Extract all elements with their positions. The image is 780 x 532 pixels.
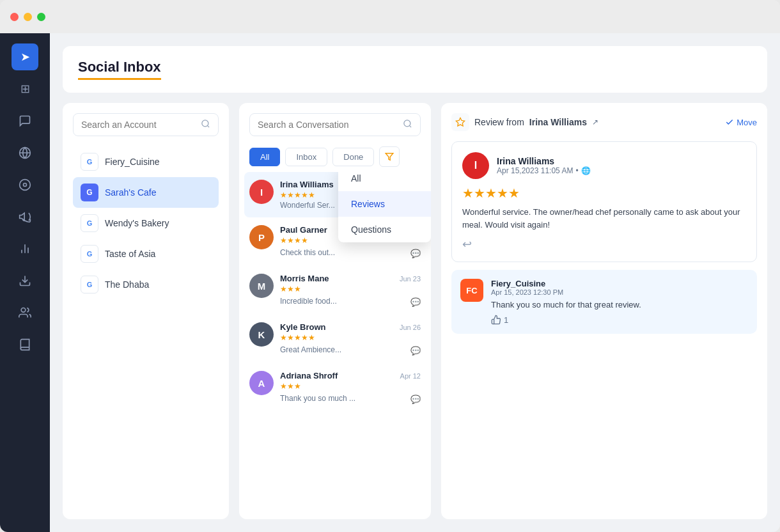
sidebar-item-broadcast[interactable] xyxy=(12,203,38,230)
reviewer-info: Irina Williams Apr 15,2023 11:05 AM • 🌐 xyxy=(497,156,746,175)
account-search-bar[interactable] xyxy=(73,113,219,136)
svg-point-11 xyxy=(404,120,410,127)
dropdown-item-questions[interactable]: Questions xyxy=(338,217,431,242)
account-item-fiery[interactable]: G Fiery_Cuisine xyxy=(73,146,219,177)
move-label: Move xyxy=(737,118,757,127)
conv-preview-kyle: Great Ambience... xyxy=(280,345,341,354)
account-avatar-taste: G xyxy=(81,245,98,263)
sidebar-item-network[interactable] xyxy=(12,139,38,166)
conv-preview-adriana: Thank you so much ... xyxy=(280,394,355,403)
sidebar: ➤ ⊞ xyxy=(0,33,50,532)
conv-stars-adriana: ★★★ xyxy=(280,382,421,391)
move-button[interactable]: Move xyxy=(725,118,757,127)
svg-marker-14 xyxy=(456,118,464,126)
reply-icon[interactable]: ↩ xyxy=(462,238,472,251)
main-content: Social Inbox G Fiery_Cuisine xyxy=(50,33,780,532)
sidebar-item-library[interactable] xyxy=(12,331,38,358)
conv-body-morris: Morris Mane Jun 23 ★★★ Incredible food..… xyxy=(280,274,421,307)
conv-search-icon xyxy=(403,119,412,130)
panels-container: G Fiery_Cuisine G Sarah's Cafe G Wendy's… xyxy=(63,103,767,519)
conv-avatar-adriana: A xyxy=(249,371,274,395)
conv-avatar-kyle: K xyxy=(249,322,274,347)
sidebar-item-users[interactable] xyxy=(12,299,38,326)
dropdown-item-all[interactable]: All xyxy=(338,172,431,191)
conv-date-morris: Jun 23 xyxy=(400,275,421,283)
account-item-taste[interactable]: G Taste of Asia xyxy=(73,239,219,269)
business-reply-card: FC Fiery_Cuisine Apr 15, 2023 12:30 PM T… xyxy=(451,270,757,334)
account-item-wendys[interactable]: G Wendy's Bakery xyxy=(73,208,219,239)
conv-item-kyle[interactable]: K Kyle Brown Jun 26 ★★★★★ Great Ambience… xyxy=(244,315,426,363)
review-source-label: Review from xyxy=(474,117,524,127)
review-source: Review from Irina Williams ↗ xyxy=(451,113,598,131)
conv-icon-adriana: 💬 xyxy=(410,395,421,404)
conv-item-morris[interactable]: M Morris Mane Jun 23 ★★★ Incredible food… xyxy=(244,266,426,315)
conv-name-paul: Paul Garner xyxy=(280,225,327,235)
reviewer-name-header: Irina Williams xyxy=(529,117,587,127)
reviewer-avatar: I xyxy=(462,152,489,179)
account-avatar-fiery: G xyxy=(81,153,98,171)
external-link-icon[interactable]: ↗ xyxy=(592,118,598,127)
like-count: 1 xyxy=(504,315,508,325)
biz-text: Thank you so much for that great review. xyxy=(491,300,748,309)
svg-line-12 xyxy=(409,125,411,127)
account-avatar-sarahs: G xyxy=(81,184,98,201)
sidebar-item-support[interactable] xyxy=(12,171,38,198)
account-name-wendys: Wendy's Bakery xyxy=(105,218,169,228)
biz-name: Fiery_Cuisine xyxy=(491,279,748,288)
conv-avatar-irina: I xyxy=(249,180,274,204)
review-panel: Review from Irina Williams ↗ Move I xyxy=(441,103,767,519)
account-name-sarahs: Sarah's Cafe xyxy=(105,187,157,198)
accounts-panel: G Fiery_Cuisine G Sarah's Cafe G Wendy's… xyxy=(63,103,229,519)
tab-done[interactable]: Done xyxy=(332,148,374,166)
svg-marker-13 xyxy=(386,153,394,160)
conv-date-kyle: Jun 26 xyxy=(400,324,421,331)
conv-preview-paul: Check this out... xyxy=(280,248,335,257)
review-card: I Irina Williams Apr 15,2023 11:05 AM • … xyxy=(451,141,757,262)
close-button[interactable] xyxy=(10,13,19,21)
conv-name-adriana: Adriana Shroff xyxy=(280,371,338,380)
conv-name-kyle: Kyle Brown xyxy=(280,322,326,332)
conv-preview-irina: Wonderful Ser... xyxy=(280,201,335,210)
svg-line-10 xyxy=(207,125,209,127)
sidebar-item-download[interactable] xyxy=(12,267,38,294)
review-text: Wonderful service. The owner/head chef p… xyxy=(462,206,746,231)
account-search-input[interactable] xyxy=(81,120,196,130)
tab-inbox[interactable]: Inbox xyxy=(285,148,327,166)
account-item-sarahs[interactable]: G Sarah's Cafe xyxy=(73,177,219,208)
svg-point-1 xyxy=(20,180,31,191)
account-name-dhaba: The Dhaba xyxy=(105,279,149,290)
conv-body-adriana: Adriana Shroff Apr 12 ★★★ Thank you so m… xyxy=(280,371,421,404)
dropdown-item-reviews[interactable]: Reviews xyxy=(338,191,431,217)
conv-item-adriana[interactable]: A Adriana Shroff Apr 12 ★★★ Thank you so… xyxy=(244,363,426,412)
conv-date-adriana: Apr 12 xyxy=(400,372,421,380)
svg-point-2 xyxy=(24,184,27,187)
conversations-header: All Inbox Done xyxy=(239,103,431,172)
like-row[interactable]: 1 xyxy=(491,315,748,325)
biz-avatar: FC xyxy=(460,279,483,302)
conv-search-bar[interactable] xyxy=(249,113,421,136)
svg-point-8 xyxy=(21,308,26,313)
conv-icon-morris: 💬 xyxy=(410,297,421,307)
svg-marker-3 xyxy=(20,213,25,221)
filter-dropdown: All Reviews Questions xyxy=(338,172,431,242)
account-name-taste: Taste of Asia xyxy=(105,249,155,259)
minimize-button[interactable] xyxy=(24,13,32,21)
app-body: ➤ ⊞ xyxy=(0,33,780,532)
sidebar-item-dashboard[interactable]: ⊞ xyxy=(12,75,38,102)
maximize-button[interactable] xyxy=(37,13,45,21)
tab-all[interactable]: All xyxy=(249,148,280,166)
reviewer-name: Irina Williams xyxy=(497,156,746,166)
account-avatar-wendys: G xyxy=(81,214,98,232)
svg-point-9 xyxy=(202,120,208,127)
sidebar-item-analytics[interactable] xyxy=(12,235,38,262)
conv-body-kyle: Kyle Brown Jun 26 ★★★★★ Great Ambience..… xyxy=(280,322,421,356)
account-search-icon xyxy=(201,119,210,130)
app-window: ➤ ⊞ xyxy=(0,0,780,532)
filter-button[interactable] xyxy=(379,146,400,167)
sidebar-item-send[interactable]: ➤ xyxy=(12,43,38,70)
account-name-fiery: Fiery_Cuisine xyxy=(105,157,160,167)
sidebar-item-chat[interactable] xyxy=(12,107,38,134)
conv-search-input[interactable] xyxy=(258,120,398,130)
account-item-dhaba[interactable]: G The Dhaba xyxy=(73,269,219,300)
conversations-panel: All Inbox Done I xyxy=(239,103,431,519)
